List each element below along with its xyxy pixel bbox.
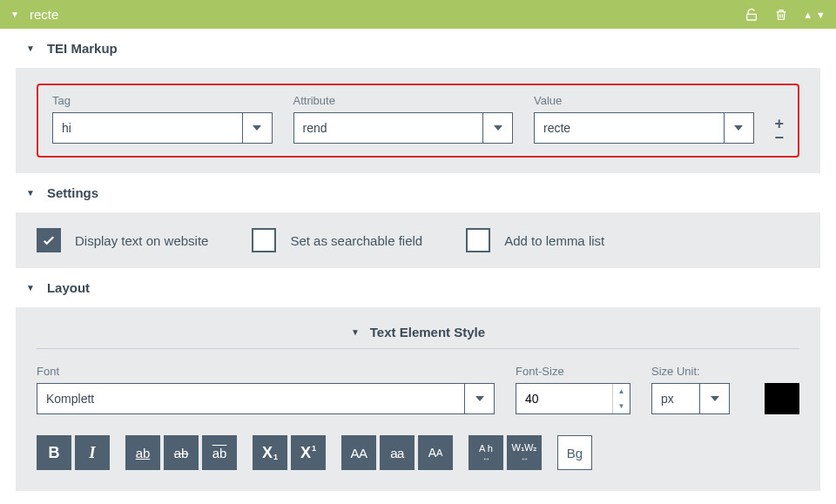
section-title: Layout <box>47 280 90 295</box>
chevron-down-icon[interactable]: ▼ <box>26 44 35 53</box>
fontsize-step-buttons: ▲ ▼ <box>612 384 630 413</box>
tei-highlight-box: Tag Attribute Value + − <box>37 84 799 158</box>
unit-column: Size Unit: <box>651 365 730 414</box>
display-text-label: Display text on website <box>75 233 208 248</box>
section-head-tei: ▼ TEI Markup <box>0 29 836 68</box>
color-picker[interactable] <box>765 383 799 414</box>
chevron-down-icon <box>494 125 502 131</box>
attribute-label: Attribute <box>293 94 514 107</box>
chevron-down-icon[interactable]: ▼ <box>351 327 360 337</box>
superscript-button[interactable]: X1 <box>291 435 326 470</box>
tei-panel: Tag Attribute Value + − <box>16 68 820 173</box>
fontsize-spinner[interactable]: ▲ ▼ <box>516 383 630 414</box>
move-down-icon[interactable]: ▼ <box>816 10 826 20</box>
check-icon <box>41 232 57 248</box>
value-column: Value <box>534 94 754 144</box>
overline-button[interactable]: ab <box>202 435 237 470</box>
section-title: Settings <box>47 185 98 200</box>
settings-panel: Display text on website Set as searchabl… <box>16 212 820 268</box>
size-label: Font-Size <box>516 365 630 378</box>
text-style-toolbar: B I ab ab ab X1 X1 AA aa AA A h↔ W₁W₂↔ B… <box>37 435 799 470</box>
step-down-button[interactable]: ▼ <box>613 399 630 413</box>
add-remove-controls: + − <box>775 118 785 144</box>
value-input[interactable] <box>535 113 724 143</box>
topbar-title: recte <box>30 7 744 22</box>
letterspacing-button[interactable]: A h↔ <box>469 435 503 470</box>
attribute-input[interactable] <box>294 113 483 143</box>
italic-button[interactable]: I <box>75 435 110 470</box>
chevron-down-icon <box>734 125 743 131</box>
svg-rect-0 <box>747 14 757 20</box>
settings-row: Display text on website Set as searchabl… <box>37 228 799 252</box>
section-head-layout: ▼ Layout <box>0 268 836 307</box>
unit-label: Size Unit: <box>651 365 730 378</box>
section-head-settings: ▼ Settings <box>0 173 836 212</box>
style-subhead: ▼ Text Element Style <box>37 312 799 349</box>
tag-combo[interactable] <box>52 112 273 144</box>
attribute-combo[interactable] <box>293 112 514 144</box>
unit-input[interactable] <box>652 384 699 413</box>
chevron-down-icon[interactable]: ▼ <box>26 188 35 198</box>
searchable-checkbox[interactable] <box>252 228 276 252</box>
font-input[interactable] <box>37 384 464 413</box>
topbar-actions: ▲ ▼ <box>744 7 826 23</box>
section-title: TEI Markup <box>47 41 118 56</box>
size-column: Font-Size ▲ ▼ <box>516 365 630 414</box>
lemma-option: Add to lemma list <box>466 228 604 252</box>
move-up-icon[interactable]: ▲ <box>803 10 812 20</box>
chevron-down-icon <box>253 125 261 131</box>
bold-button[interactable]: B <box>37 435 71 470</box>
topbar-collapse-icon[interactable]: ▼ <box>10 10 19 19</box>
topbar-move-arrows: ▲ ▼ <box>803 10 826 20</box>
searchable-label: Set as searchable field <box>290 233 422 248</box>
remove-row-button[interactable]: − <box>775 131 785 144</box>
chevron-down-icon[interactable]: ▼ <box>26 283 35 292</box>
tag-column: Tag <box>52 94 273 144</box>
step-up-button[interactable]: ▲ <box>613 384 630 399</box>
strike-button[interactable]: ab <box>164 435 199 470</box>
font-column: Font <box>37 365 495 414</box>
smallcaps-button[interactable]: AA <box>418 435 453 470</box>
unlock-icon[interactable] <box>744 7 759 23</box>
searchable-option: Set as searchable field <box>252 228 422 252</box>
display-text-checkbox[interactable] <box>37 228 61 252</box>
background-button[interactable]: Bg <box>557 435 592 470</box>
chevron-down-icon <box>475 396 484 401</box>
font-label: Font <box>37 365 495 378</box>
lowercase-button[interactable]: aa <box>380 435 415 470</box>
attribute-dropdown-button[interactable] <box>482 113 512 143</box>
uppercase-button[interactable]: AA <box>341 435 376 470</box>
style-title: Text Element Style <box>370 325 485 339</box>
chevron-down-icon <box>711 396 719 401</box>
tag-input[interactable] <box>53 113 242 143</box>
font-row: Font Font-Size ▲ ▼ Size Unit: <box>37 365 799 414</box>
topbar: ▼ recte ▲ ▼ <box>0 0 836 29</box>
layout-panel: ▼ Text Element Style Font Font-Size ▲ ▼ … <box>16 307 820 491</box>
lemma-checkbox[interactable] <box>466 228 490 252</box>
unit-dropdown-button[interactable] <box>699 384 729 413</box>
tag-dropdown-button[interactable] <box>242 113 272 143</box>
subscript-button[interactable]: X1 <box>253 435 287 470</box>
font-dropdown-button[interactable] <box>464 384 494 413</box>
attribute-column: Attribute <box>293 94 514 144</box>
underline-button[interactable]: ab <box>125 435 160 470</box>
fontsize-input[interactable] <box>516 384 612 413</box>
value-dropdown-button[interactable] <box>724 113 753 143</box>
add-row-button[interactable]: + <box>775 118 785 130</box>
wordspacing-button[interactable]: W₁W₂↔ <box>507 435 542 470</box>
tag-label: Tag <box>52 94 273 107</box>
unit-combo[interactable] <box>651 383 730 414</box>
lemma-label: Add to lemma list <box>504 233 604 248</box>
display-text-option: Display text on website <box>37 228 208 252</box>
value-label: Value <box>534 94 754 107</box>
value-combo[interactable] <box>534 112 754 144</box>
trash-icon[interactable] <box>773 7 789 23</box>
font-combo[interactable] <box>37 383 495 414</box>
